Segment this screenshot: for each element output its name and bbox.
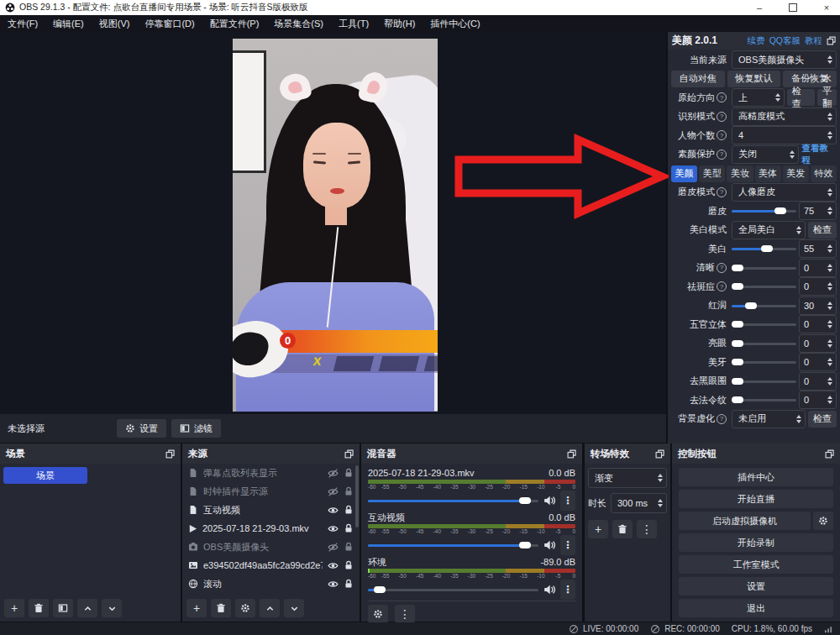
scene-filters-button[interactable]: [53, 599, 73, 617]
menu-profile[interactable]: 配置文件(P): [202, 15, 267, 32]
exit-button[interactable]: 退出: [679, 599, 833, 617]
volume-slider[interactable]: [368, 586, 538, 593]
reset-default-button[interactable]: 恢复默认: [727, 71, 781, 87]
tab-hair[interactable]: 美发: [783, 165, 809, 182]
scene-item-selected[interactable]: 场景: [3, 467, 87, 484]
start-recording-button[interactable]: 开始录制: [679, 533, 833, 552]
virtual-camera-settings-button[interactable]: [813, 512, 833, 530]
eye-off-icon[interactable]: [328, 542, 339, 553]
volume-slider[interactable]: [368, 542, 538, 548]
lock-icon[interactable]: [344, 468, 354, 478]
transition-select[interactable]: 渐变: [588, 468, 667, 488]
remove-transition-button[interactable]: [612, 520, 633, 538]
whiten-slider[interactable]: [732, 245, 796, 252]
mixer-menu-button[interactable]: ⋮: [395, 605, 415, 623]
add-source-button[interactable]: +: [186, 599, 207, 617]
track-menu-button[interactable]: ⋮: [560, 580, 575, 600]
scrollbar[interactable]: [355, 465, 359, 527]
dark-circles-value-spinner[interactable]: 0: [799, 372, 837, 391]
minimize-button[interactable]: –: [753, 1, 766, 14]
menu-tools[interactable]: 工具(T): [331, 15, 376, 32]
track-menu-button[interactable]: ⋮: [560, 491, 575, 511]
nasolabial-value-spinner[interactable]: 0: [799, 391, 837, 409]
speaker-icon[interactable]: [543, 539, 555, 551]
scene-up-button[interactable]: [77, 599, 97, 617]
blemish-value-spinner[interactable]: 0: [799, 277, 837, 296]
tab-body[interactable]: 美体: [755, 165, 781, 182]
source-settings-button[interactable]: 设置: [117, 419, 166, 438]
transition-menu-button[interactable]: ⋮: [637, 520, 657, 538]
tab-reshape[interactable]: 美型: [699, 165, 725, 182]
whiten-value-spinner[interactable]: 55: [799, 239, 837, 258]
no-makeup-protect-select[interactable]: 关闭: [732, 145, 799, 164]
orientation-check-button[interactable]: 检查: [787, 89, 815, 106]
add-transition-button[interactable]: +: [588, 520, 608, 538]
scene-down-button[interactable]: [102, 599, 122, 617]
menu-plugin-center[interactable]: 插件中心(C): [423, 15, 487, 32]
source-row[interactable]: 弹幕点歌列表显示: [182, 464, 360, 482]
bg-blur-select[interactable]: 未启用: [732, 410, 806, 428]
popout-icon[interactable]: [344, 449, 354, 459]
clarity-slider[interactable]: [732, 265, 796, 271]
source-down-button[interactable]: [284, 599, 304, 617]
renew-link[interactable]: 续费: [748, 35, 765, 47]
close-button[interactable]: ×: [820, 1, 833, 14]
eye-off-icon[interactable]: [328, 486, 339, 497]
popout-icon[interactable]: [165, 449, 175, 459]
preview-canvas[interactable]: 0 X: [0, 32, 666, 414]
advanced-audio-button[interactable]: [368, 605, 388, 623]
eye-icon[interactable]: [328, 523, 339, 534]
whiten-mode-select[interactable]: 全局美白: [732, 221, 806, 239]
blemish-slider[interactable]: [732, 283, 796, 290]
settings-button[interactable]: 设置: [679, 577, 833, 596]
bright-eyes-slider[interactable]: [732, 340, 796, 347]
horizontal-flip-button[interactable]: 水平翻转: [817, 89, 837, 106]
eye-icon[interactable]: [328, 505, 339, 516]
smooth-slider[interactable]: [732, 207, 796, 214]
current-source-select[interactable]: OBS美颜摄像头: [732, 50, 837, 69]
menu-scene-collection[interactable]: 场景集合(S): [266, 15, 331, 32]
lock-icon[interactable]: [344, 505, 354, 515]
bg-blur-check-button[interactable]: 检查: [808, 411, 837, 428]
menu-help[interactable]: 帮助(H): [376, 15, 423, 32]
orientation-select[interactable]: 上: [732, 88, 785, 107]
whiten-check-button[interactable]: 检查: [808, 222, 837, 239]
teeth-value-spinner[interactable]: 0: [799, 353, 837, 371]
source-row[interactable]: 2025-07-18 21-29-03.mkv: [182, 519, 360, 538]
tab-beauty[interactable]: 美颜: [671, 165, 697, 182]
speaker-icon[interactable]: [543, 584, 555, 596]
popout-icon[interactable]: [655, 449, 664, 459]
menu-docks[interactable]: 停靠窗口(D): [137, 15, 202, 32]
plugin-center-button[interactable]: 插件中心: [679, 468, 833, 486]
features-slider[interactable]: [732, 321, 796, 328]
remove-scene-button[interactable]: [29, 599, 49, 617]
lock-icon[interactable]: [344, 579, 354, 589]
popout-icon[interactable]: [825, 449, 834, 459]
autofocus-button[interactable]: 自动对焦: [671, 71, 725, 87]
volume-slider[interactable]: [368, 497, 538, 504]
tutorial-link[interactable]: 教程: [805, 35, 822, 47]
eye-icon[interactable]: [328, 560, 339, 571]
maximize-button[interactable]: [786, 1, 800, 14]
source-filters-button[interactable]: 滤镜: [171, 419, 221, 438]
lock-icon[interactable]: [344, 542, 354, 552]
detect-mode-select[interactable]: 高精度模式: [732, 108, 837, 126]
rosy-value-spinner[interactable]: 30: [799, 297, 837, 315]
dark-circles-slider[interactable]: [732, 378, 796, 385]
features-value-spinner[interactable]: 0: [799, 315, 837, 333]
eye-off-icon[interactable]: [328, 468, 339, 479]
source-up-button[interactable]: [260, 599, 280, 617]
lock-icon[interactable]: [344, 523, 354, 533]
teeth-slider[interactable]: [732, 359, 796, 365]
menu-edit[interactable]: 编辑(E): [45, 15, 92, 32]
menu-file[interactable]: 文件(F): [0, 15, 45, 32]
tab-effects[interactable]: 特效: [811, 165, 837, 182]
smooth-value-spinner[interactable]: 75: [799, 202, 837, 220]
lock-icon[interactable]: [344, 560, 354, 570]
studio-mode-button[interactable]: 工作室模式: [679, 555, 833, 574]
source-row[interactable]: 互动视频: [182, 501, 360, 519]
popout-icon[interactable]: [827, 36, 836, 45]
source-row[interactable]: 滚动: [182, 575, 360, 593]
rosy-slider[interactable]: [732, 302, 796, 309]
source-properties-button[interactable]: [235, 599, 255, 617]
